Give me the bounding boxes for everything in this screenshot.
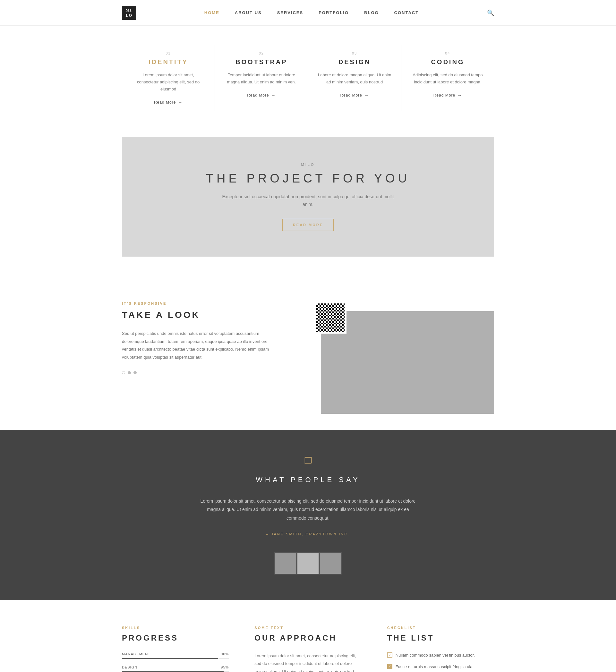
skills-label: SKILLS bbox=[122, 626, 229, 630]
service-bootstrap: 02 BOOTSTRAP Tempor incididunt ut labore… bbox=[215, 45, 308, 111]
nav-contact[interactable]: CONTACT bbox=[394, 10, 419, 15]
checklist-item-1: ✓ Nullam commodo sapien vel finibus auct… bbox=[387, 652, 494, 659]
checklist-item-2: ✓ Fusce et turpis massa suscipit fringil… bbox=[387, 664, 494, 670]
progress-management-value: 90% bbox=[221, 652, 229, 656]
checklist-title: THE LIST bbox=[387, 634, 494, 642]
progress-design-name: DESIGN bbox=[122, 665, 137, 669]
service-title-1: IDENTITY bbox=[132, 58, 205, 66]
progress-design-value: 95% bbox=[221, 665, 229, 669]
project-banner: MILO THE PROJECT FOR YOU Excepteur sint … bbox=[122, 137, 494, 257]
look-right bbox=[321, 302, 494, 404]
testimonial-avatars bbox=[122, 552, 494, 574]
look-left: IT'S RESPONSIVE TAKE A LOOK Sed ut persp… bbox=[122, 302, 295, 374]
approach-label: SOME TEXT bbox=[254, 626, 361, 630]
service-num-3: 03 bbox=[318, 51, 391, 55]
read-more-3[interactable]: Read More → bbox=[340, 93, 369, 98]
progress-design: DESIGN 95% bbox=[122, 665, 229, 672]
service-num-1: 01 bbox=[132, 51, 205, 55]
look-title: TAKE A LOOK bbox=[122, 310, 295, 320]
approach-col: SOME TEXT OUR APPROACH Lorem ipsum dolor… bbox=[254, 626, 361, 672]
look-section: IT'S RESPONSIVE TAKE A LOOK Sed ut persp… bbox=[0, 282, 616, 430]
nav-links: HOME ABOUT US SERVICES PORTFOLIO BLOG CO… bbox=[204, 10, 419, 15]
progress-management: MANAGEMENT 90% bbox=[122, 652, 229, 659]
check-icon-2: ✓ bbox=[387, 664, 392, 669]
service-title-4: CODING bbox=[411, 58, 484, 66]
services-section: 01 IDENTITY Lorem ipsum dolor sit amet, … bbox=[0, 26, 616, 137]
service-num-2: 02 bbox=[225, 51, 298, 55]
arrow-icon-1: → bbox=[178, 100, 183, 105]
look-desc: Sed ut perspiciatis unde omnis iste natu… bbox=[122, 330, 276, 362]
slideshow-dots bbox=[122, 371, 295, 374]
checklist-label: CHECKLIST bbox=[387, 626, 494, 630]
progress-management-fill bbox=[122, 658, 218, 659]
service-title-3: DESIGN bbox=[318, 58, 391, 66]
nav-about[interactable]: ABOUT US bbox=[235, 10, 262, 15]
check-icon-1: ✓ bbox=[387, 652, 392, 658]
avatar-1[interactable] bbox=[274, 552, 297, 574]
progress-management-bg bbox=[122, 658, 229, 659]
progress-management-header: MANAGEMENT 90% bbox=[122, 652, 229, 656]
approach-title: OUR APPROACH bbox=[254, 634, 361, 642]
quote-icon: ❐ bbox=[122, 455, 494, 466]
testimonial-text: Lorem ipsum dolor sit amet, consectetur … bbox=[199, 497, 417, 523]
nav-services[interactable]: SERVICES bbox=[277, 10, 304, 15]
arrow-icon-2: → bbox=[271, 93, 276, 98]
read-more-2[interactable]: Read More → bbox=[247, 93, 276, 98]
read-more-4[interactable]: Read More → bbox=[433, 93, 462, 98]
avatar-2[interactable] bbox=[297, 552, 319, 574]
banner-read-more-button[interactable]: READ MORE bbox=[282, 219, 334, 231]
approach-text: Lorem ipsum dolor sit amet, consectetur … bbox=[254, 652, 361, 672]
service-design: 03 DESIGN Labore et dolore magna aliqua.… bbox=[308, 45, 401, 111]
service-identity: 01 IDENTITY Lorem ipsum dolor sit amet, … bbox=[122, 45, 215, 111]
service-desc-3: Labore et dolore magna aliqua. Ut enim a… bbox=[318, 72, 391, 86]
arrow-icon-3: → bbox=[364, 93, 369, 98]
nav-home[interactable]: HOME bbox=[204, 10, 219, 15]
testimonial-title: WHAT PEOPLE SAY bbox=[122, 476, 494, 484]
avatar-3[interactable] bbox=[319, 552, 342, 574]
dot-3[interactable] bbox=[133, 371, 137, 374]
banner-desc: Excepteur sint occaecat cupidatat non pr… bbox=[218, 193, 398, 208]
service-num-4: 04 bbox=[411, 51, 484, 55]
read-more-1[interactable]: Read More → bbox=[154, 100, 183, 105]
progress-management-name: MANAGEMENT bbox=[122, 652, 150, 656]
service-desc-1: Lorem ipsum dolor sit amet, consectetur … bbox=[132, 72, 205, 93]
service-title-2: BOOTSTRAP bbox=[225, 58, 298, 66]
qr-code bbox=[314, 302, 347, 334]
checklist-text-2: Fusce et turpis massa suscipit fringilla… bbox=[396, 664, 474, 670]
navbar: MI LO HOME ABOUT US SERVICES PORTFOLIO B… bbox=[0, 0, 616, 26]
testimonial-section: ❐ WHAT PEOPLE SAY Lorem ipsum dolor sit … bbox=[0, 430, 616, 600]
skills-title: PROGRESS bbox=[122, 634, 229, 642]
checklist-col: CHECKLIST THE LIST ✓ Nullam commodo sapi… bbox=[387, 626, 494, 672]
nav-blog[interactable]: BLOG bbox=[364, 10, 379, 15]
dot-1[interactable] bbox=[122, 371, 125, 374]
progress-design-bg bbox=[122, 671, 229, 672]
nav-portfolio[interactable]: PORTFOLIO bbox=[319, 10, 349, 15]
service-coding: 04 CODING Adipiscing elit, sed do eiusmo… bbox=[401, 45, 494, 111]
progress-design-header: DESIGN 95% bbox=[122, 665, 229, 669]
banner-title: THE PROJECT FOR YOU bbox=[206, 172, 410, 185]
look-image bbox=[321, 311, 494, 414]
testimonial-author: – JANE SMITH, CRAZYTOWN INC. bbox=[122, 532, 494, 536]
progress-design-fill bbox=[122, 671, 224, 672]
skills-col: SKILLS PROGRESS MANAGEMENT 90% DESIGN 95… bbox=[122, 626, 229, 672]
dot-2[interactable] bbox=[128, 371, 131, 374]
service-desc-4: Adipiscing elit, sed do eiusmod tempo in… bbox=[411, 72, 484, 86]
look-label: IT'S RESPONSIVE bbox=[122, 302, 295, 305]
banner-brand: MILO bbox=[301, 163, 315, 166]
arrow-icon-4: → bbox=[457, 93, 462, 98]
service-desc-2: Tempor incididunt ut labore et dolore ma… bbox=[225, 72, 298, 86]
bottom-section: SKILLS PROGRESS MANAGEMENT 90% DESIGN 95… bbox=[0, 600, 616, 672]
logo[interactable]: MI LO bbox=[122, 6, 136, 20]
search-icon[interactable]: 🔍 bbox=[487, 9, 494, 16]
checklist-text-1: Nullam commodo sapien vel finibus auctor… bbox=[396, 652, 475, 659]
